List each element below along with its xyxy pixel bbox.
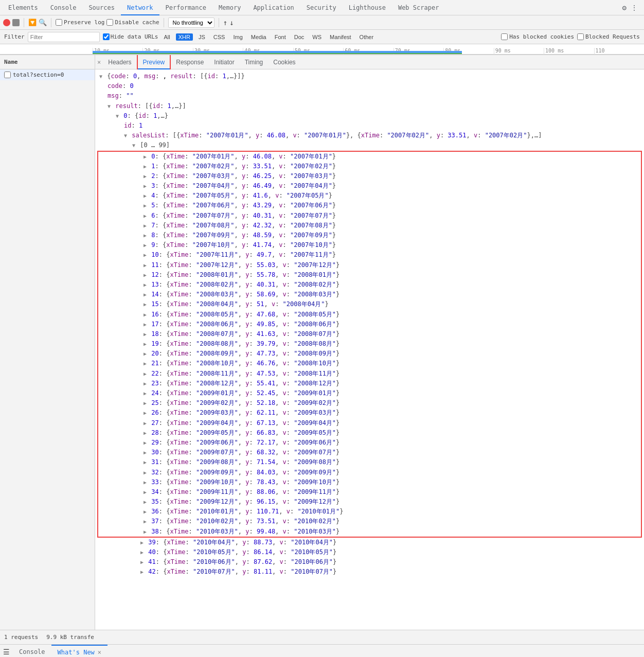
data-row-23: ▶ 23: {xTime: "2008年12月", y: 55.41, v: "… bbox=[98, 379, 641, 388]
request-checkbox[interactable] bbox=[4, 72, 11, 78]
data-row-31: ▶ 31: {xTime: "2009年08月", y: 71.54, v: "… bbox=[98, 457, 641, 467]
has-blocked-checkbox[interactable] bbox=[501, 33, 508, 40]
data-row-4: ▶ 4: {xTime: "2007年05月", y: 41.6, v: "20… bbox=[98, 191, 641, 201]
preview-content[interactable]: ▼ {code: 0, msg: , result: [{id: 1,…}]} … bbox=[95, 69, 644, 630]
data-row-29: ▶ 29: {xTime: "2009年06月", y: 72.17, v: "… bbox=[98, 438, 641, 448]
data-row-14: ▶ 14: {xTime: "2008年03月", y: 58.69, v: "… bbox=[98, 290, 641, 299]
data-row-26: ▶ 26: {xTime: "2009年03月", y: 62.11, v: "… bbox=[98, 408, 641, 418]
data-row-35: ▶ 35: {xTime: "2009年12月", y: 96.15, v: "… bbox=[98, 497, 641, 507]
filter-media[interactable]: Media bbox=[248, 33, 269, 41]
filter-doc[interactable]: Doc bbox=[292, 33, 307, 41]
json-msg: msg: "" bbox=[95, 91, 644, 101]
data-row-39: ▶ 39: {xTime: "2010年04月", y: 88.73, v: "… bbox=[95, 538, 644, 547]
hide-data-urls-checkbox[interactable] bbox=[103, 33, 110, 40]
data-row-9: ▶ 9: {xTime: "2007年10月", y: 41.74, v: "2… bbox=[98, 240, 641, 250]
data-row-27: ▶ 27: {xTime: "2009年04月", y: 67.13, v: "… bbox=[98, 418, 641, 428]
tab-performance[interactable]: Performance bbox=[159, 0, 212, 15]
request-name: total?section=0 bbox=[13, 72, 64, 78]
preview-tab-highlight: Preview bbox=[137, 55, 171, 70]
tab-cookies[interactable]: Cookies bbox=[268, 55, 300, 69]
data-row-32: ▶ 32: {xTime: "2009年09月", y: 84.03, v: "… bbox=[98, 468, 641, 477]
filter-ws[interactable]: WS bbox=[310, 33, 324, 41]
tab-application[interactable]: Application bbox=[247, 0, 300, 15]
blocked-requests-text: Blocked Requests bbox=[585, 33, 640, 40]
tab-lighthouse[interactable]: Lighthouse bbox=[343, 0, 392, 15]
filter-input[interactable] bbox=[28, 32, 100, 42]
tab-security[interactable]: Security bbox=[300, 0, 343, 15]
filter-img[interactable]: Img bbox=[230, 33, 245, 41]
has-blocked-text: Has blocked cookies bbox=[509, 33, 574, 40]
data-row-16: ▶ 16: {xTime: "2008年05月", y: 47.68, v: "… bbox=[98, 310, 641, 319]
data-row-15: ▶ 15: {xTime: "2008年04月", y: 51, v: "200… bbox=[98, 299, 641, 309]
settings-icon[interactable]: ⚙ bbox=[622, 4, 627, 12]
filter-manifest[interactable]: Manifest bbox=[327, 33, 354, 41]
json-code: code: 0 bbox=[95, 81, 644, 91]
expand-item0[interactable]: ▼ bbox=[116, 113, 119, 119]
tab-memory[interactable]: Memory bbox=[212, 0, 247, 15]
filter-bar: Filter Hide data URLs All XHR JS CSS Img… bbox=[0, 30, 644, 44]
search-icon[interactable]: 🔍 bbox=[39, 19, 47, 26]
request-item[interactable]: total?section=0 bbox=[0, 69, 95, 80]
filter-xhr[interactable]: XHR bbox=[176, 33, 193, 41]
name-header: Name bbox=[0, 55, 95, 69]
disable-cache-label[interactable]: Disable cache bbox=[106, 19, 159, 26]
expand-range[interactable]: ▼ bbox=[132, 143, 135, 148]
json-id: id: 1 bbox=[95, 121, 644, 131]
data-row-12: ▶ 12: {xTime: "2008年01月", y: 55.78, v: "… bbox=[98, 270, 641, 280]
json-saleslist: ▼ salesList: [{xTime: "2007年01月", y: 46.… bbox=[95, 131, 644, 140]
stop-button[interactable] bbox=[12, 19, 20, 26]
record-button[interactable] bbox=[3, 19, 10, 26]
detail-tabs: × Headers Preview Response Initiator Tim… bbox=[95, 55, 644, 69]
tab-network[interactable]: Network bbox=[121, 0, 159, 15]
blocked-requests-checkbox[interactable] bbox=[577, 33, 584, 40]
filter-css[interactable]: CSS bbox=[211, 33, 228, 41]
requests-count: 1 requests bbox=[4, 634, 38, 641]
upload-icon[interactable]: ↑ bbox=[223, 19, 227, 27]
tab-elements[interactable]: Elements bbox=[2, 0, 44, 15]
filter-label: Filter bbox=[4, 33, 25, 40]
tab-response[interactable]: Response bbox=[171, 55, 209, 69]
filter-all[interactable]: All bbox=[161, 33, 172, 41]
download-icon[interactable]: ↓ bbox=[229, 19, 234, 27]
hamburger-icon[interactable]: ☰ bbox=[0, 648, 13, 656]
detail-content: × Headers Preview Response Initiator Tim… bbox=[95, 55, 644, 630]
expand-result[interactable]: ▼ bbox=[108, 103, 111, 109]
tab-initiator[interactable]: Initiator bbox=[209, 55, 239, 69]
filter-other[interactable]: Other bbox=[357, 33, 377, 41]
hide-data-urls-label[interactable]: Hide data URLs bbox=[103, 33, 158, 40]
tab-sources[interactable]: Sources bbox=[82, 0, 121, 15]
preserve-log-label[interactable]: Preserve log bbox=[56, 19, 104, 26]
detail-close[interactable]: × bbox=[97, 59, 101, 66]
progress-green bbox=[93, 53, 462, 54]
bottom-tab-console[interactable]: Console bbox=[13, 645, 51, 658]
expand-root[interactable]: ▼ bbox=[99, 74, 102, 79]
more-icon[interactable]: ⋮ bbox=[631, 4, 638, 12]
whats-new-label: What's New bbox=[58, 645, 95, 658]
blocked-requests-label[interactable]: Blocked Requests bbox=[577, 33, 640, 40]
data-row-40: ▶ 40: {xTime: "2010年05月", y: 86.14, v: "… bbox=[95, 547, 644, 557]
tab-headers[interactable]: Headers bbox=[103, 55, 136, 69]
preserve-log-checkbox[interactable] bbox=[56, 19, 62, 26]
filter-font[interactable]: Font bbox=[272, 33, 289, 41]
tab-preview[interactable]: Preview bbox=[138, 55, 170, 69]
data-row-3: ▶ 3: {xTime: "2007年04月", y: 46.49, v: "2… bbox=[98, 181, 641, 191]
data-highlight-box: ▶ 0: {xTime: "2007年01月", y: 46.08, v: "2… bbox=[97, 151, 642, 538]
tab-console[interactable]: Console bbox=[44, 0, 83, 15]
tab-webscraper[interactable]: Web Scraper bbox=[392, 0, 445, 15]
disable-cache-checkbox[interactable] bbox=[106, 19, 113, 26]
data-row-36: ▶ 36: {xTime: "2010年01月", y: 110.71, v: … bbox=[98, 507, 641, 517]
disable-cache-text: Disable cache bbox=[115, 19, 159, 26]
bottom-tab-whatsnew[interactable]: What's New × bbox=[51, 645, 108, 658]
expand-0[interactable]: ▶ bbox=[144, 154, 147, 159]
has-blocked-cookies-label[interactable]: Has blocked cookies bbox=[501, 33, 574, 40]
tab-timing[interactable]: Timing bbox=[240, 55, 269, 69]
filter-icon[interactable]: 🔽 bbox=[28, 19, 37, 26]
main-tab-bar: Elements Console Sources Network Perform… bbox=[0, 0, 644, 15]
data-row-25: ▶ 25: {xTime: "2009年02月", y: 52.18, v: "… bbox=[98, 398, 641, 408]
data-row-24: ▶ 24: {xTime: "2009年01月", y: 52.45, v: "… bbox=[98, 388, 641, 398]
filter-js[interactable]: JS bbox=[196, 33, 208, 41]
whats-new-close[interactable]: × bbox=[98, 645, 101, 658]
expand-saleslist[interactable]: ▼ bbox=[124, 133, 127, 138]
json-root: ▼ {code: 0, msg: , result: [{id: 1,…}]} bbox=[95, 72, 644, 81]
throttle-select[interactable]: No throttling Fast 3G Slow 3G Offline bbox=[168, 17, 214, 28]
